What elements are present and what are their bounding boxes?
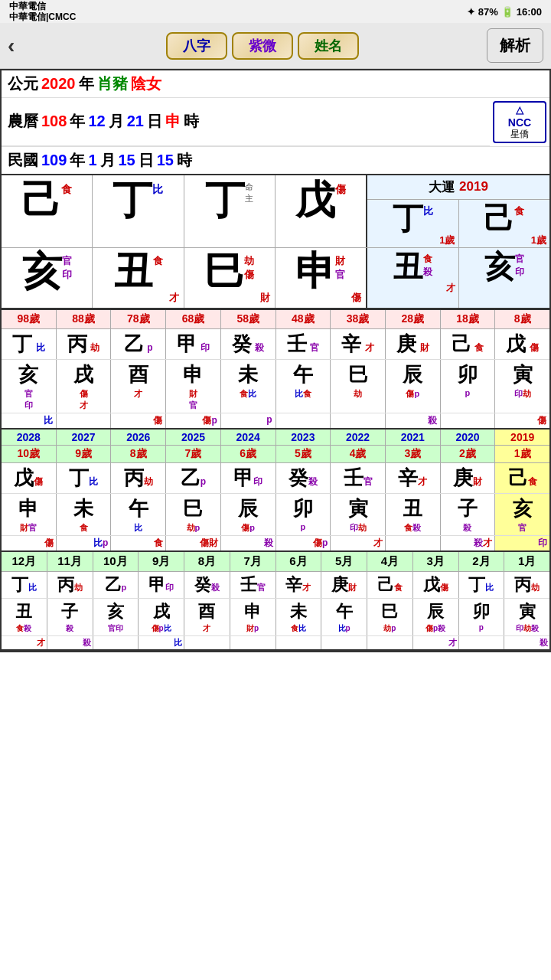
- year-label: 年: [79, 74, 94, 94]
- yunliu-stem-row-1: 丁 比 丙 劫 乙 p 甲 印 癸 殺 壬 官 辛 才 庚 財: [2, 329, 549, 360]
- ncc-badge: △ NCC 星僑: [493, 101, 546, 143]
- back-button[interactable]: ‹: [8, 34, 38, 58]
- year-row: 2028 2027 2026 2025 2024 2023 2022 2021 …: [2, 430, 549, 446]
- month-stem-row: 丁比 丙劫 乙p 甲印 癸殺 壬官 辛才 庚財 己食 戊傷 丁比 丙劫: [2, 572, 549, 599]
- carrier-info: 中華電信 中華電信|CMCC: [9, 1, 76, 23]
- age-row-2: 10歲 9歲 8歲 7歲 6歲 5歲 4歲 3歲 2歲 1歲: [2, 446, 549, 463]
- tab-xingming[interactable]: 姓名: [298, 32, 359, 60]
- lunar-row: 農曆 108 年 12 月 21 日 申 時: [2, 98, 490, 146]
- month-stem: 丁: [112, 180, 152, 220]
- yunliu-stem-row-2: 戊傷 丁比 丙劫 乙p 甲印 癸殺 壬官 辛才 庚財 己食: [2, 463, 549, 494]
- gregorian-year: 2020: [41, 75, 76, 93]
- bluetooth-icon: ✦: [467, 6, 475, 18]
- roc-row: 民國 109 年 1 月 15 日 15 時: [2, 147, 549, 175]
- month-branch-row: 丑食殺 子殺 亥官印 戌傷p比 酉才 申財p 未食比 午比p 巳劫p 辰傷p殺 …: [2, 599, 549, 636]
- hour-stem: 戊: [295, 180, 335, 220]
- gregorian-row: 公元 2020 年 肖豬 陰女: [2, 70, 549, 98]
- battery-percent: 87%: [478, 6, 498, 18]
- battery-icon: 🔋: [501, 6, 514, 18]
- nav-bar: ‹ 八字 紫微 姓名 解析: [0, 23, 551, 69]
- bazi-stem-row: 己 食 丁 比 丁 命 主: [2, 175, 549, 248]
- status-bar: 中華電信 中華電信|CMCC ✦ 87% 🔋 16:00: [0, 0, 551, 23]
- yunliu-btm-row-2: 傷 比p 食 傷財 殺 傷p 才 殺才 印: [2, 536, 549, 552]
- yunliu-btm-row-1: 比 傷 傷p p 殺 傷: [2, 413, 549, 430]
- month-header: 12月 11月 10月 9月 8月 7月 6月 5月 4月 3月 2月 1月: [2, 552, 549, 572]
- gregorian-label: 公元: [8, 74, 38, 94]
- age-row-1: 98歲 88歲 78歲 68歲 58歲 48歲 38歲 28歲 18歲 8歲: [2, 309, 549, 329]
- bazi-branch-row: 亥 官 印 丑 食 才: [2, 248, 549, 309]
- zodiac: 肖豬: [97, 74, 128, 94]
- month-btm-row: 才 殺 比 才 殺: [2, 636, 549, 651]
- tab-bazi[interactable]: 八字: [166, 32, 227, 60]
- analyze-button[interactable]: 解析: [487, 28, 543, 63]
- main-content: 公元 2020 年 肖豬 陰女 農曆 108 年 12 月 21 日 申 時 △…: [0, 69, 551, 652]
- tab-ziwei[interactable]: 紫微: [232, 32, 293, 60]
- year-stem: 己: [21, 180, 61, 220]
- gender: 陰女: [131, 74, 161, 94]
- yunliu-branch-row-2: 申財官 未食 午比 巳劫p 辰傷p 卯p 寅印劫 丑食殺 子殺 亥官: [2, 494, 549, 536]
- yunliu-branch-row-1: 亥 官印 戌 傷才 酉 才 申 財官 未 食比 午 比食 巳 劫 辰 傷p: [2, 360, 549, 413]
- day-stem: 丁: [205, 180, 245, 220]
- status-right: ✦ 87% 🔋 16:00: [467, 6, 542, 18]
- time-display: 16:00: [517, 6, 542, 18]
- nav-tabs: 八字 紫微 姓名: [38, 32, 487, 60]
